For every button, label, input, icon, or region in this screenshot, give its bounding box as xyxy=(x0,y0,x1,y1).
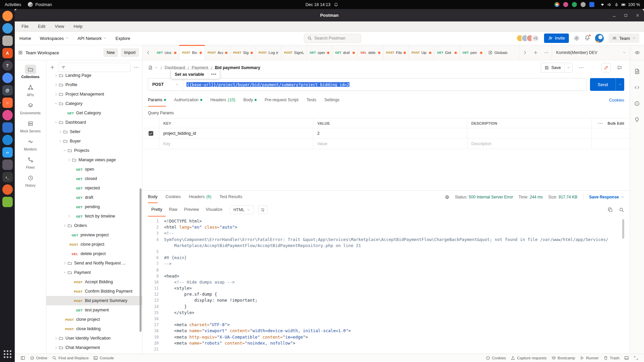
response-tab-cookies[interactable]: Cookies xyxy=(166,191,181,203)
tree-folder-seller[interactable]: Seller xyxy=(46,127,142,136)
tree-folder-payment[interactable]: Payment xyxy=(46,268,142,277)
statusbar-cookies[interactable]: Cookies xyxy=(483,356,508,360)
team-button[interactable]: Team xyxy=(608,34,639,43)
new-tab-icon[interactable] xyxy=(533,50,538,55)
tab-signu[interactable]: POSTSignU xyxy=(281,45,307,60)
search-input[interactable]: Search Postman xyxy=(304,34,361,43)
help-dock-icon[interactable]: ? xyxy=(2,60,13,71)
network-icon[interactable] xyxy=(600,2,605,7)
save-response-button[interactable]: Save Response xyxy=(583,193,624,201)
add-collection-icon[interactable] xyxy=(50,65,55,70)
firefox-dock-icon[interactable] xyxy=(2,11,13,21)
scroll-tabs-right-icon[interactable] xyxy=(523,50,527,55)
thunderbird-dock-icon[interactable] xyxy=(2,23,13,34)
import-button[interactable]: Import xyxy=(121,48,139,57)
teamviewer-tray-icon[interactable] xyxy=(589,2,594,7)
nav-explore[interactable]: Explore xyxy=(115,36,130,41)
param-enabled-checkbox[interactable] xyxy=(149,131,153,136)
request-tab-params[interactable]: Params xyxy=(148,94,166,107)
activities-button[interactable]: Activities xyxy=(5,2,21,7)
tree-request-delete-project[interactable]: DELdelete project xyxy=(46,249,142,258)
tab-acc[interactable]: POSTAcc xyxy=(205,45,230,60)
rail-item-environments[interactable]: Environments xyxy=(16,99,45,117)
statusbar-toggle-sidebar[interactable] xyxy=(18,354,28,362)
request-tab-authorization[interactable]: Authorization xyxy=(174,94,202,107)
tree-request-bid-payment-summary[interactable]: POSTBid payment Summary xyxy=(46,296,142,305)
workspace-switcher[interactable]: Team Workspace xyxy=(18,50,59,55)
param-description-placeholder[interactable]: Description xyxy=(467,139,591,149)
tree-folder-media-upload[interactable]: Media Upload xyxy=(46,352,142,354)
volume-icon[interactable] xyxy=(607,2,612,7)
dark-tool-dock-icon[interactable] xyxy=(2,160,13,170)
settings-gear-icon[interactable] xyxy=(574,35,580,41)
tree-request-get-category[interactable]: GETGet Category xyxy=(46,108,142,118)
tree-folder-chat-management[interactable]: Chat Management xyxy=(46,343,142,352)
send-button[interactable]: Send xyxy=(590,78,624,91)
tree-request-rejected[interactable]: GETrejected xyxy=(46,183,142,193)
files-dock-icon[interactable] xyxy=(2,36,13,46)
param-value-cell[interactable]: 2 xyxy=(313,128,467,138)
invite-button[interactable]: Invite xyxy=(544,34,569,43)
tree-folder-landing-page[interactable]: Landing Page xyxy=(46,71,142,80)
tree-folder-user-identity-verification[interactable]: User Identity Verification xyxy=(46,334,142,343)
tree-scrollbar[interactable] xyxy=(140,188,142,332)
menu-help[interactable]: Help xyxy=(73,24,83,29)
new-button[interactable]: New xyxy=(103,48,118,57)
tree-request-clone-project[interactable]: POSTclone project xyxy=(46,240,142,249)
lightbulb-icon[interactable] xyxy=(634,117,640,123)
status-value[interactable]: 500 Internal Server Error xyxy=(469,195,513,199)
focused-app-indicator[interactable]: Postman xyxy=(28,2,52,7)
tab-pen[interactable]: GETpen xyxy=(460,45,485,60)
rail-item-monitors[interactable]: Monitors xyxy=(16,135,45,153)
tab-clos[interactable]: GETclos xyxy=(154,45,179,60)
tab-oper[interactable]: GEToper xyxy=(307,45,332,60)
rail-item-apis[interactable]: APIs xyxy=(16,81,45,99)
rail-item-mock-servers[interactable]: Mock Servers xyxy=(16,117,45,135)
environment-selector[interactable]: Kominiti(Member) DEV xyxy=(552,45,630,60)
tab-options-icon[interactable] xyxy=(544,50,549,55)
tab-log-in[interactable]: POSTLog in xyxy=(256,45,281,60)
tree-request-close-bidding[interactable]: POSTclose bidding xyxy=(46,324,142,334)
url-input[interactable]: {{base-url}}/project/buyer/bid/payment/s… xyxy=(183,82,350,87)
tree-folder-orders[interactable]: Orders xyxy=(46,221,142,230)
mail-dock-icon[interactable]: @ xyxy=(2,85,13,96)
statusbar-trash[interactable]: Trash xyxy=(601,356,622,360)
comments-button[interactable] xyxy=(615,63,624,72)
tree-request-fetch-by-timeline[interactable]: GETfetch by timeline xyxy=(46,212,142,221)
tree-more-actions-icon[interactable] xyxy=(133,65,139,70)
tree-request-clone-project[interactable]: POSTclone project xyxy=(46,315,142,324)
bulk-edit-button[interactable]: Bulk Edit xyxy=(608,121,624,125)
software-store-dock-icon[interactable]: A xyxy=(2,48,13,58)
tab-bic[interactable]: POSTBic xyxy=(179,45,205,60)
params-more-icon[interactable] xyxy=(598,121,603,126)
minimize-button[interactable] xyxy=(612,13,616,18)
request-doc-icon[interactable] xyxy=(148,65,153,70)
tab-globals[interactable]: Globals xyxy=(485,45,520,60)
show-applications-icon[interactable] xyxy=(4,350,11,358)
statusbar-capture-requests[interactable]: Capture requests xyxy=(508,356,549,360)
menu-edit[interactable]: Edit xyxy=(38,24,45,29)
request-tab-pre-request-script[interactable]: Pre-request Script xyxy=(265,94,299,107)
orange-app-dock-icon[interactable] xyxy=(2,184,13,195)
tree-folder-manage-views-page[interactable]: Manage views page xyxy=(46,155,142,165)
nav-api-network[interactable]: API Network xyxy=(77,36,107,41)
breadcrumb-current[interactable]: Bid payment Summary xyxy=(215,65,260,70)
vscode-dock-icon[interactable]: ‹› xyxy=(2,147,13,158)
breadcrumb-payment[interactable]: Payment xyxy=(192,65,208,70)
statusbar-toggle-bottom-panel[interactable] xyxy=(622,356,631,360)
rail-item-collections[interactable]: Collections xyxy=(16,63,45,80)
tab-draf[interactable]: GETdraf xyxy=(332,45,358,60)
method-selector[interactable]: POST xyxy=(148,78,183,90)
rail-item-flows[interactable]: Flows xyxy=(16,154,45,171)
set-as-variable-button[interactable]: Set as variable xyxy=(171,70,208,79)
view-tab-raw[interactable]: Raw xyxy=(166,203,181,217)
statusbar-find-and-replace[interactable]: Find and Replace xyxy=(50,354,91,362)
tree-request-preview-project[interactable]: GETpreview project xyxy=(46,230,142,240)
time-value[interactable]: 244 ms xyxy=(530,195,543,199)
response-body-viewer[interactable]: 1<!DOCTYPE html>2<html lang="en" class="… xyxy=(143,217,630,354)
param-description-cell[interactable] xyxy=(467,128,591,138)
loop-app-dock-icon[interactable] xyxy=(2,135,13,145)
tree-request-confirm-bidding-payment[interactable]: POSTConfirm Bidding Payment xyxy=(46,287,142,296)
view-tab-visualize[interactable]: Visualize xyxy=(202,203,226,217)
scroll-tabs-left-icon[interactable] xyxy=(146,50,151,55)
